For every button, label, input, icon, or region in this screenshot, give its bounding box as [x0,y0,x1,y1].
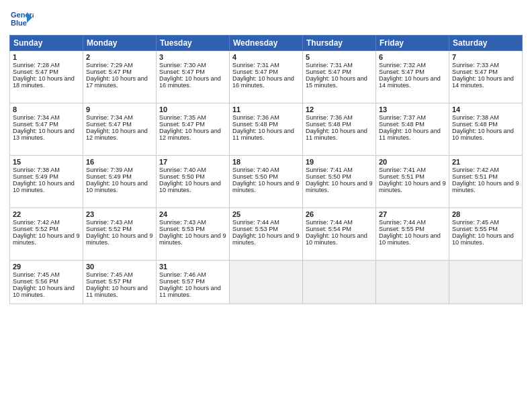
daylight-label: Daylight: 10 hours and 15 minutes. [306,75,367,89]
column-header-monday: Monday [83,36,157,51]
calendar-cell: 8Sunrise: 7:34 AMSunset: 5:47 PMDaylight… [10,103,83,156]
sunrise: Sunrise: 7:38 AM [13,167,60,173]
header: General Blue [9,7,523,31]
day-number: 18 [232,158,300,166]
day-number: 8 [13,105,80,113]
sunset: Sunset: 5:49 PM [86,173,132,180]
week-row-4: 22Sunrise: 7:42 AMSunset: 5:52 PMDayligh… [10,208,523,261]
sunset: Sunset: 5:47 PM [452,68,498,75]
sunset: Sunset: 5:47 PM [159,121,205,128]
day-number: 17 [159,158,226,166]
sunset: Sunset: 5:55 PM [379,226,425,232]
calendar-cell: 26Sunrise: 7:44 AMSunset: 5:54 PMDayligh… [303,208,376,261]
day-number: 22 [13,210,80,218]
sunset: Sunset: 5:51 PM [452,173,498,180]
daylight-label: Daylight: 10 hours and 9 minutes. [232,180,300,193]
calendar-cell: 10Sunrise: 7:35 AMSunset: 5:47 PMDayligh… [157,103,230,156]
sunset: Sunset: 5:47 PM [13,68,58,75]
day-number: 27 [379,210,446,218]
daylight-label: Daylight: 10 hours and 10 minutes. [13,180,75,193]
calendar-cell: 29Sunrise: 7:45 AMSunset: 5:56 PMDayligh… [10,261,83,304]
daylight-label: Daylight: 10 hours and 9 minutes. [159,232,226,246]
sunset: Sunset: 5:52 PM [86,226,132,232]
daylight-label: Daylight: 10 hours and 11 minutes. [306,128,367,141]
sunrise: Sunrise: 7:29 AM [86,62,133,68]
daylight-label: Daylight: 10 hours and 14 minutes. [452,75,514,89]
day-number: 4 [232,53,300,61]
calendar-cell: 19Sunrise: 7:41 AMSunset: 5:50 PMDayligh… [303,156,376,208]
week-row-1: 1Sunrise: 7:28 AMSunset: 5:47 PMDaylight… [10,51,523,103]
daylight-label: Daylight: 10 hours and 9 minutes. [232,232,300,246]
day-number: 25 [232,210,300,218]
calendar-cell: 11Sunrise: 7:36 AMSunset: 5:48 PMDayligh… [230,103,303,156]
sunset: Sunset: 5:47 PM [86,121,132,128]
calendar-cell: 17Sunrise: 7:40 AMSunset: 5:50 PMDayligh… [157,156,230,208]
daylight-label: Daylight: 10 hours and 11 minutes. [232,128,294,141]
daylight-label: Daylight: 10 hours and 16 minutes. [159,75,221,89]
calendar-cell: 12Sunrise: 7:36 AMSunset: 5:48 PMDayligh… [303,103,376,156]
day-number: 3 [159,53,226,61]
calendar-cell: 23Sunrise: 7:43 AMSunset: 5:52 PMDayligh… [83,208,157,261]
sunrise: Sunrise: 7:28 AM [13,62,60,68]
calendar-cell [303,261,376,304]
day-number: 11 [232,105,300,113]
day-number: 9 [86,105,153,113]
calendar-cell: 18Sunrise: 7:40 AMSunset: 5:50 PMDayligh… [230,156,303,208]
sunset: Sunset: 5:54 PM [306,226,351,232]
column-header-tuesday: Tuesday [157,36,230,51]
day-number: 13 [379,105,446,113]
sunrise: Sunrise: 7:36 AM [306,114,353,121]
sunrise: Sunrise: 7:38 AM [452,114,499,121]
sunrise: Sunrise: 7:44 AM [232,219,279,226]
sunrise: Sunrise: 7:39 AM [86,167,133,173]
sunset: Sunset: 5:47 PM [159,68,205,75]
sunset: Sunset: 5:47 PM [86,68,132,75]
sunrise: Sunrise: 7:44 AM [306,219,353,226]
calendar-cell: 13Sunrise: 7:37 AMSunset: 5:48 PMDayligh… [376,103,449,156]
day-number: 12 [306,105,373,113]
sunrise: Sunrise: 7:46 AM [159,271,206,278]
sunset: Sunset: 5:51 PM [379,173,425,180]
calendar-cell: 9Sunrise: 7:34 AMSunset: 5:47 PMDaylight… [83,103,157,156]
day-number: 19 [306,158,373,166]
day-number: 29 [13,263,80,271]
daylight-label: Daylight: 10 hours and 11 minutes. [86,285,148,298]
daylight-label: Daylight: 10 hours and 10 minutes. [452,232,514,246]
daylight-label: Daylight: 10 hours and 10 minutes. [306,232,367,246]
daylight-label: Daylight: 10 hours and 9 minutes. [452,180,519,193]
daylight-label: Daylight: 10 hours and 11 minutes. [159,285,221,298]
daylight-label: Daylight: 10 hours and 10 minutes. [86,180,148,193]
sunset: Sunset: 5:55 PM [452,226,498,232]
calendar-cell: 14Sunrise: 7:38 AMSunset: 5:48 PMDayligh… [449,103,523,156]
day-number: 26 [306,210,373,218]
sunrise: Sunrise: 7:34 AM [86,114,133,121]
sunset: Sunset: 5:57 PM [86,278,132,285]
svg-text:Blue: Blue [11,19,27,27]
page: General Blue SundayMondayTuesdayWednesda… [0,0,532,411]
daylight-label: Daylight: 10 hours and 16 minutes. [232,75,294,89]
week-row-3: 15Sunrise: 7:38 AMSunset: 5:49 PMDayligh… [10,156,523,208]
calendar-cell: 21Sunrise: 7:42 AMSunset: 5:51 PMDayligh… [449,156,523,208]
column-header-friday: Friday [376,36,449,51]
sunrise: Sunrise: 7:36 AM [232,114,279,121]
daylight-label: Daylight: 10 hours and 12 minutes. [86,128,148,141]
calendar-cell: 22Sunrise: 7:42 AMSunset: 5:52 PMDayligh… [10,208,83,261]
calendar-table: SundayMondayTuesdayWednesdayThursdayFrid… [9,35,523,304]
sunrise: Sunrise: 7:41 AM [306,167,353,173]
sunrise: Sunrise: 7:43 AM [86,219,133,226]
sunset: Sunset: 5:48 PM [232,121,278,128]
sunrise: Sunrise: 7:33 AM [452,62,499,68]
week-row-5: 29Sunrise: 7:45 AMSunset: 5:56 PMDayligh… [10,261,523,304]
day-number: 23 [86,210,153,218]
daylight-label: Daylight: 10 hours and 9 minutes. [86,232,153,246]
calendar-cell: 7Sunrise: 7:33 AMSunset: 5:47 PMDaylight… [449,51,523,103]
sunset: Sunset: 5:47 PM [306,68,351,75]
column-header-wednesday: Wednesday [230,36,303,51]
sunrise: Sunrise: 7:45 AM [452,219,499,226]
calendar-cell: 4Sunrise: 7:31 AMSunset: 5:47 PMDaylight… [230,51,303,103]
day-number: 30 [86,263,153,271]
sunrise: Sunrise: 7:43 AM [159,219,206,226]
calendar-cell: 6Sunrise: 7:32 AMSunset: 5:47 PMDaylight… [376,51,449,103]
calendar-cell: 5Sunrise: 7:31 AMSunset: 5:47 PMDaylight… [303,51,376,103]
daylight-label: Daylight: 10 hours and 9 minutes. [13,232,80,246]
